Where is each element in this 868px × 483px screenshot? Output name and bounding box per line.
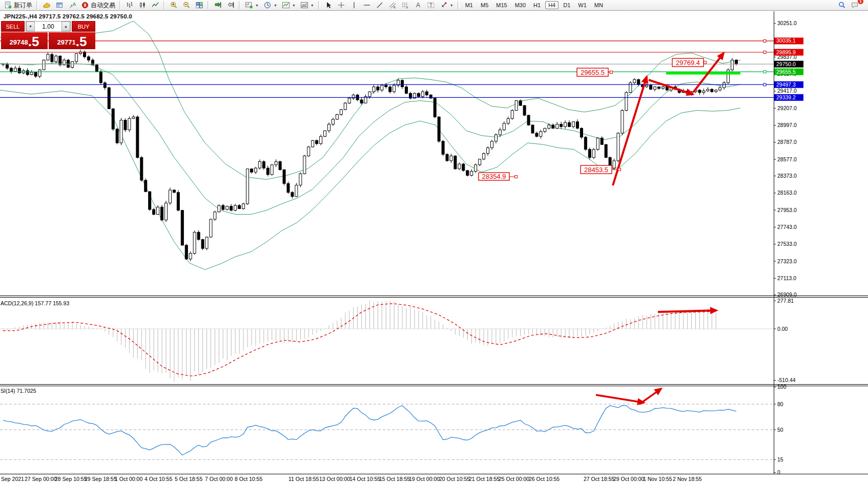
candle-body <box>511 111 513 119</box>
macd-axis-label: -510.44 <box>777 377 796 383</box>
price-axis-label: 29207.0 <box>777 105 797 111</box>
volume-input[interactable]: 1.00 <box>35 22 61 31</box>
chevron-down-icon: ▼ <box>450 4 453 7</box>
candle-body <box>723 83 726 88</box>
price-axis-label: 28163.0 <box>777 190 797 196</box>
candle-body <box>657 87 660 89</box>
candle-body <box>205 237 208 248</box>
autotrade-button[interactable]: 自动交易 <box>79 0 117 10</box>
candle-body <box>527 115 530 125</box>
candle-body <box>479 159 481 165</box>
timeframe-button-MN[interactable]: MN <box>591 1 606 9</box>
line-chart-button[interactable] <box>149 0 161 10</box>
timeframe-button-M5[interactable]: M5 <box>478 1 491 9</box>
crosshair-tool-button[interactable] <box>335 0 347 10</box>
vertical-line-tool-button[interactable] <box>348 0 360 10</box>
chart-canvas[interactable]: 29655.529769.428453.528354.9ACD(12,26,9)… <box>0 0 868 483</box>
toolbar-separator <box>163 1 166 9</box>
candle-body <box>307 147 310 156</box>
buy-price[interactable]: 29771 .5 <box>49 32 95 49</box>
candle-body <box>75 54 78 62</box>
signals-button[interactable] <box>66 0 78 10</box>
timeframe-button-M15[interactable]: M15 <box>493 1 510 9</box>
support-zone-bar[interactable] <box>666 72 740 75</box>
new-chart-button[interactable]: ▼ <box>243 0 261 10</box>
search-button[interactable] <box>836 0 848 10</box>
price-line-handle[interactable] <box>763 39 766 42</box>
price-axis-label: 28577.0 <box>777 156 797 162</box>
zoom-in-icon <box>170 1 178 9</box>
price-line-handle[interactable] <box>763 83 766 86</box>
template-button[interactable]: ▼ <box>298 0 316 10</box>
candle-body <box>189 254 192 259</box>
fibonacci-icon: F <box>401 1 409 9</box>
candle-body <box>287 183 290 192</box>
candle-body <box>340 110 342 115</box>
candlestick-chart-button[interactable] <box>136 0 149 10</box>
price-line-handle[interactable] <box>763 51 766 54</box>
label-tool-button[interactable]: T <box>425 0 437 10</box>
channel-tool-button[interactable]: E <box>386 0 399 10</box>
price-line-handle[interactable] <box>763 71 766 73</box>
vertical-line-icon <box>350 1 358 9</box>
time-axis-label: 11 Oct 18:55 <box>288 476 319 482</box>
chevron-down-icon: ▼ <box>274 4 277 7</box>
candle-body <box>295 185 298 196</box>
market-watch-button[interactable] <box>40 0 53 10</box>
period-dropdown-button[interactable]: ▼ <box>261 0 279 10</box>
toolbar-separator <box>36 1 38 9</box>
candle-body <box>303 156 306 174</box>
timeframe-button-M1[interactable]: M1 <box>462 1 476 9</box>
trendline-tool-button[interactable] <box>374 0 386 10</box>
arrows-tool-button[interactable]: ▼ <box>438 0 456 10</box>
bar-chart-button[interactable] <box>123 0 136 10</box>
candle-body <box>120 120 122 143</box>
time-axis-label: 25 Oct 00:00 <box>499 476 529 482</box>
new-order-button[interactable]: 新订单 <box>2 0 34 10</box>
candle-body <box>438 117 440 141</box>
timeframe-button-H4[interactable]: H4 <box>545 1 559 9</box>
volume-decrease-button[interactable]: ▼ <box>26 22 35 31</box>
macd-axis-label: 277.81 <box>777 298 794 304</box>
horizontal-line-tool-button[interactable] <box>361 0 373 10</box>
text-tool-button[interactable]: A <box>412 0 424 10</box>
candle-body <box>385 85 387 87</box>
candle-body <box>601 138 603 144</box>
candle-body <box>442 141 444 154</box>
time-axis-label: 7 Oct 00:00 <box>205 476 233 482</box>
tile-windows-button[interactable] <box>193 0 205 10</box>
candle-body <box>258 161 261 168</box>
timeframe-button-D1[interactable]: D1 <box>560 1 573 9</box>
candle-body <box>621 111 624 133</box>
trendline-icon <box>376 1 384 9</box>
label-anchor-handle <box>618 169 621 171</box>
candle-body <box>617 133 619 161</box>
cursor-tool-button[interactable] <box>322 0 335 10</box>
autotrade-label: 自动交易 <box>91 1 115 10</box>
candle-body <box>128 118 131 130</box>
candle-body <box>43 60 45 70</box>
candle-body <box>596 138 599 149</box>
buy-price-pip: .5 <box>76 35 87 48</box>
timeframe-button-H1[interactable]: H1 <box>530 1 544 9</box>
zoom-out-button[interactable] <box>180 0 193 10</box>
notifications-button[interactable]: 1 <box>849 0 861 10</box>
volume-increase-button[interactable]: ▲ <box>61 22 70 31</box>
auto-scroll-button[interactable] <box>212 0 224 10</box>
fibonacci-tool-button[interactable]: F <box>399 0 411 10</box>
sell-price[interactable]: 29748 .5 <box>1 32 48 49</box>
sell-button[interactable]: SELL <box>1 21 25 32</box>
buy-button[interactable]: BUY <box>72 21 95 32</box>
price-label-annotation[interactable]: 29769.4 <box>672 58 707 67</box>
zoom-out-icon <box>182 1 191 9</box>
candle-body <box>266 168 269 175</box>
price-axis-label: 27113.0 <box>777 275 796 281</box>
chart-shift-button[interactable] <box>224 0 237 10</box>
zoom-in-button[interactable] <box>168 0 180 10</box>
timeframe-button-M30[interactable]: M30 <box>512 1 529 9</box>
navigator-button[interactable] <box>53 0 66 10</box>
price-label-annotation[interactable]: 29655.5 <box>577 68 613 76</box>
indicators-button[interactable]: ▼ <box>280 0 298 10</box>
candle-body <box>715 90 717 92</box>
timeframe-button-W1[interactable]: W1 <box>575 1 590 9</box>
